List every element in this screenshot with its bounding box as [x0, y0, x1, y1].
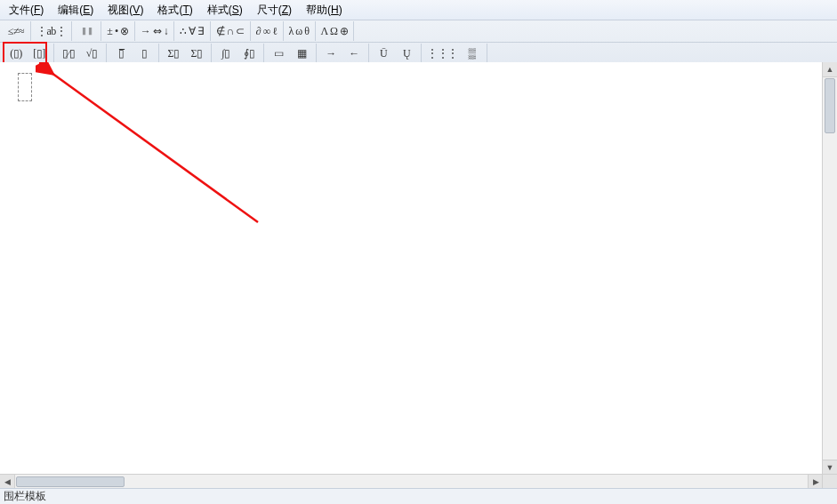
tb-greek-upper-icon[interactable]: Λ Ω ⊕	[318, 21, 351, 41]
tb-sum-icon[interactable]: Σ▯	[162, 44, 185, 63]
hscroll-thumb[interactable]	[16, 476, 125, 487]
menu-format[interactable]: 格式(T)	[150, 0, 199, 20]
toolbars: ≤≠≈ ⋮ab⋮ ⦀ ⦀ ± • ⊗ → ⇔ ↓ ∴ ∀ ∃ ∉ ∩ ⊂ ∂ ∞…	[0, 20, 837, 65]
horizontal-scrollbar[interactable]: ◀ ▶	[0, 474, 823, 489]
scroll-corner	[822, 474, 837, 489]
tb-contour-icon[interactable]: ∮▯	[237, 44, 261, 63]
menu-view[interactable]: 视图(V)	[101, 0, 150, 20]
insertion-slot[interactable]	[18, 73, 32, 101]
tb-misc-icon[interactable]: ∂ ∞ ℓ	[254, 21, 280, 41]
vscroll-thumb[interactable]	[825, 78, 835, 133]
tb-overbar-icon[interactable]: ▯̅	[109, 44, 133, 63]
editor-canvas[interactable]	[0, 62, 837, 475]
tb-accent1-icon[interactable]: Ū	[372, 44, 395, 63]
tb-grid-icon[interactable]: ▒	[461, 44, 484, 63]
tb-fence-bracket-icon[interactable]: [▯]	[28, 44, 51, 63]
arrow-annotation	[36, 62, 302, 240]
tb-box-icon[interactable]: ▭	[267, 44, 290, 63]
menu-help[interactable]: 帮助(H)	[299, 0, 350, 20]
svg-line-0	[52, 73, 258, 222]
tb-integral-icon[interactable]: ∫▯	[214, 44, 237, 63]
tb-subsuper-icon[interactable]: ▯	[133, 44, 156, 63]
tb-accent2-icon[interactable]: Ų	[395, 44, 418, 63]
tb-matrix-icon[interactable]: ▦	[290, 44, 313, 63]
tb-spaces-icon[interactable]: ⋮ab⋮	[34, 21, 68, 41]
tb-arrow-r-icon[interactable]: →	[319, 44, 342, 63]
tb-sum2-icon[interactable]: Σ▯	[185, 44, 208, 63]
tb-arrows-icon[interactable]: → ⇔ ↓	[138, 21, 172, 41]
status-bar: 围栏模板	[0, 488, 837, 504]
scroll-up-icon[interactable]: ▲	[823, 62, 837, 77]
scroll-left-icon[interactable]: ◀	[0, 475, 15, 489]
status-text: 围栏模板	[4, 490, 46, 502]
tb-embellish-icon[interactable]: ⦀ ⦀	[75, 21, 98, 41]
tb-arrow-l-icon[interactable]: ←	[342, 44, 366, 63]
menu-edit[interactable]: 编辑(E)	[51, 0, 101, 20]
toolbar-row-1: ≤≠≈ ⋮ab⋮ ⦀ ⦀ ± • ⊗ → ⇔ ↓ ∴ ∀ ∃ ∉ ∩ ⊂ ∂ ∞…	[0, 20, 837, 43]
menu-bar: 文件(F) 编辑(E) 视图(V) 格式(T) 样式(S) 尺寸(Z) 帮助(H…	[0, 0, 837, 20]
scroll-down-icon[interactable]: ▼	[823, 460, 837, 475]
scroll-right-icon[interactable]: ▶	[808, 475, 823, 489]
tb-relations-icon[interactable]: ≤≠≈	[4, 21, 28, 41]
tb-fraction-icon[interactable]: ▯⁄▯	[57, 44, 80, 63]
vertical-scrollbar[interactable]: ▲ ▼	[822, 62, 837, 475]
tb-set-icon[interactable]: ∉ ∩ ⊂	[213, 21, 247, 41]
menu-style[interactable]: 样式(S)	[200, 0, 250, 20]
tb-greek-lower-icon[interactable]: λ ω θ	[286, 21, 312, 41]
menu-file[interactable]: 文件(F)	[2, 0, 51, 20]
menu-size[interactable]: 尺寸(Z)	[250, 0, 299, 20]
tb-dots-icon[interactable]: ⋮⋮⋮	[424, 44, 461, 63]
tb-radical-icon[interactable]: √▯	[80, 44, 103, 63]
tb-logic-icon[interactable]: ∴ ∀ ∃	[177, 21, 207, 41]
tb-operators-icon[interactable]: ± • ⊗	[104, 21, 131, 41]
tb-fence-paren-icon[interactable]: (▯)	[4, 44, 28, 63]
